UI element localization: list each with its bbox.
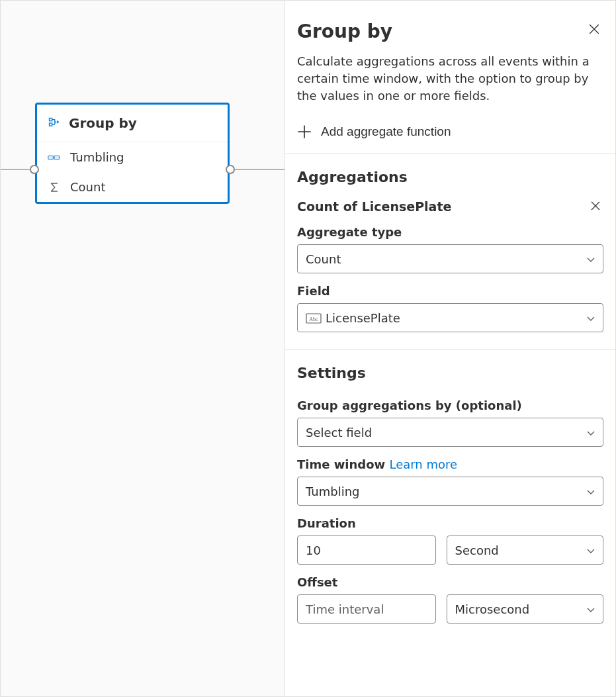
group-aggregations-by-select[interactable]: Select field [297, 418, 603, 447]
svg-rect-1 [50, 123, 52, 126]
chevron-down-icon [586, 312, 596, 323]
edge-out [234, 169, 286, 170]
node-title: Group by [69, 115, 137, 131]
group-by-icon [48, 116, 61, 130]
svg-rect-2 [48, 156, 54, 159]
sigma-icon [48, 181, 61, 194]
offset-input[interactable] [297, 594, 436, 624]
panel-title: Group by [297, 21, 392, 42]
chevron-down-icon [586, 486, 596, 496]
aggregation-title: Count of LicensePlate [297, 199, 451, 214]
field-label: Field [297, 284, 603, 298]
aggregations-heading: Aggregations [297, 169, 603, 185]
aggregate-type-select[interactable]: Count [297, 244, 603, 273]
add-aggregate-label: Add aggregate function [321, 124, 451, 139]
node-row-tumbling[interactable]: Tumbling [37, 142, 228, 172]
properties-panel: Group by Calculate aggregations across a… [285, 1, 615, 696]
svg-text:Abc: Abc [309, 316, 318, 322]
group-aggregations-by-label: Group aggregations by (optional) [297, 398, 603, 412]
tumbling-window-icon [48, 151, 61, 164]
aggregate-type-value: Count [306, 252, 341, 266]
chevron-down-icon [586, 427, 596, 438]
time-window-select[interactable]: Tumbling [297, 477, 603, 506]
close-icon [588, 23, 600, 37]
divider [285, 349, 615, 350]
add-aggregate-button[interactable]: Add aggregate function [297, 122, 603, 142]
svg-rect-0 [50, 118, 52, 121]
duration-input[interactable] [297, 535, 436, 565]
remove-aggregation-button[interactable] [588, 199, 603, 214]
duration-unit-value: Second [455, 543, 499, 557]
designer-canvas[interactable]: Group by Tumbling Count [1, 1, 286, 696]
node-row-label: Count [70, 180, 105, 194]
string-type-icon: Abc [306, 312, 320, 323]
offset-unit-value: Microsecond [455, 602, 530, 616]
duration-unit-select[interactable]: Second [447, 535, 604, 565]
field-value: LicensePlate [326, 311, 400, 325]
field-select[interactable]: Abc LicensePlate [297, 303, 603, 332]
chevron-down-icon [586, 604, 596, 614]
node-row-label: Tumbling [70, 150, 124, 164]
time-window-value: Tumbling [306, 485, 359, 498]
svg-rect-3 [54, 156, 60, 159]
edge-in [1, 169, 32, 170]
offset-label: Offset [297, 575, 603, 589]
time-window-learn-more-link[interactable]: Learn more [389, 457, 457, 471]
node-group-by[interactable]: Group by Tumbling Count [35, 103, 230, 204]
node-header[interactable]: Group by [37, 105, 228, 142]
aggregate-type-label: Aggregate type [297, 225, 603, 239]
close-icon [590, 201, 601, 213]
time-window-label: Time window Learn more [297, 457, 603, 471]
node-row-count[interactable]: Count [37, 172, 228, 202]
time-window-label-text: Time window [297, 457, 385, 471]
offset-unit-select[interactable]: Microsecond [447, 594, 604, 624]
output-port[interactable] [226, 165, 235, 174]
panel-description: Calculate aggregations across all events… [297, 53, 603, 105]
duration-label: Duration [297, 516, 603, 530]
close-panel-button[interactable] [585, 21, 603, 39]
chevron-down-icon [586, 545, 596, 555]
group-aggregations-by-value: Select field [306, 426, 372, 440]
plus-icon [297, 124, 312, 139]
settings-heading: Settings [297, 365, 603, 381]
chevron-down-icon [586, 254, 596, 264]
input-port[interactable] [30, 165, 39, 174]
divider [285, 154, 615, 154]
